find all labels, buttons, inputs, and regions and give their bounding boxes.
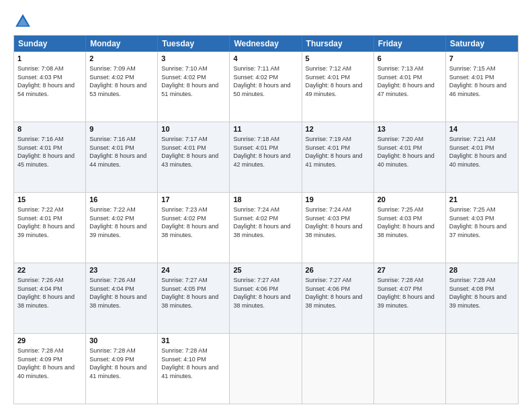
calendar-header-day: Monday bbox=[86, 36, 158, 52]
calendar-cell: 30Sunrise: 7:28 AMSunset: 4:09 PMDayligh… bbox=[86, 334, 158, 404]
day-number: 11 bbox=[233, 124, 298, 134]
day-number: 1 bbox=[17, 54, 82, 64]
page: SundayMondayTuesdayWednesdayThursdayFrid… bbox=[0, 0, 532, 411]
generalblue-logo-icon bbox=[13, 12, 32, 31]
day-number: 3 bbox=[161, 54, 226, 64]
cell-text: Sunrise: 7:16 AMSunset: 4:01 PMDaylight:… bbox=[89, 136, 146, 168]
calendar-cell: 3Sunrise: 7:10 AMSunset: 4:02 PMDaylight… bbox=[158, 52, 230, 122]
calendar-cell: 5Sunrise: 7:12 AMSunset: 4:01 PMDaylight… bbox=[302, 52, 374, 122]
day-number: 4 bbox=[233, 54, 298, 64]
day-number: 31 bbox=[161, 336, 226, 346]
calendar-cell bbox=[374, 334, 446, 404]
calendar-header-day: Tuesday bbox=[158, 36, 230, 52]
calendar-cell: 7Sunrise: 7:15 AMSunset: 4:01 PMDaylight… bbox=[446, 52, 518, 122]
cell-text: Sunrise: 7:26 AMSunset: 4:04 PMDaylight:… bbox=[17, 277, 75, 309]
calendar-header-day: Thursday bbox=[302, 36, 374, 52]
cell-text: Sunrise: 7:21 AMSunset: 4:01 PMDaylight:… bbox=[449, 136, 506, 168]
day-number: 19 bbox=[306, 195, 370, 205]
calendar-cell: 21Sunrise: 7:25 AMSunset: 4:03 PMDayligh… bbox=[446, 193, 518, 263]
cell-text: Sunrise: 7:15 AMSunset: 4:01 PMDaylight:… bbox=[449, 65, 506, 97]
cell-text: Sunrise: 7:19 AMSunset: 4:01 PMDaylight:… bbox=[306, 136, 363, 168]
cell-text: Sunrise: 7:17 AMSunset: 4:01 PMDaylight:… bbox=[161, 136, 218, 168]
calendar-header-row: SundayMondayTuesdayWednesdayThursdayFrid… bbox=[14, 36, 518, 52]
cell-text: Sunrise: 7:28 AMSunset: 4:09 PMDaylight:… bbox=[89, 347, 146, 379]
cell-text: Sunrise: 7:24 AMSunset: 4:02 PMDaylight:… bbox=[233, 206, 290, 238]
day-number: 25 bbox=[233, 265, 298, 275]
calendar-cell bbox=[446, 334, 518, 404]
calendar-cell: 11Sunrise: 7:18 AMSunset: 4:01 PMDayligh… bbox=[230, 122, 302, 192]
calendar-cell: 23Sunrise: 7:26 AMSunset: 4:04 PMDayligh… bbox=[86, 263, 158, 333]
cell-text: Sunrise: 7:28 AMSunset: 4:08 PMDaylight:… bbox=[449, 277, 506, 309]
calendar-row: 29Sunrise: 7:28 AMSunset: 4:09 PMDayligh… bbox=[14, 333, 518, 404]
calendar-cell: 31Sunrise: 7:28 AMSunset: 4:10 PMDayligh… bbox=[158, 334, 230, 404]
calendar-cell: 17Sunrise: 7:23 AMSunset: 4:02 PMDayligh… bbox=[158, 193, 230, 263]
calendar-row: 8Sunrise: 7:16 AMSunset: 4:01 PMDaylight… bbox=[14, 122, 518, 192]
calendar-cell: 10Sunrise: 7:17 AMSunset: 4:01 PMDayligh… bbox=[158, 122, 230, 192]
calendar-cell: 19Sunrise: 7:24 AMSunset: 4:03 PMDayligh… bbox=[302, 193, 374, 263]
calendar-row: 22Sunrise: 7:26 AMSunset: 4:04 PMDayligh… bbox=[14, 263, 518, 333]
cell-text: Sunrise: 7:23 AMSunset: 4:02 PMDaylight:… bbox=[161, 206, 218, 238]
calendar-cell: 6Sunrise: 7:13 AMSunset: 4:01 PMDaylight… bbox=[374, 52, 446, 122]
cell-text: Sunrise: 7:28 AMSunset: 4:10 PMDaylight:… bbox=[161, 347, 218, 379]
calendar-row: 15Sunrise: 7:22 AMSunset: 4:01 PMDayligh… bbox=[14, 192, 518, 263]
day-number: 29 bbox=[17, 336, 82, 346]
cell-text: Sunrise: 7:18 AMSunset: 4:01 PMDaylight:… bbox=[233, 136, 290, 168]
calendar-cell: 1Sunrise: 7:08 AMSunset: 4:03 PMDaylight… bbox=[14, 52, 86, 122]
calendar-row: 1Sunrise: 7:08 AMSunset: 4:03 PMDaylight… bbox=[14, 52, 518, 122]
day-number: 20 bbox=[378, 195, 442, 205]
calendar-cell: 4Sunrise: 7:11 AMSunset: 4:02 PMDaylight… bbox=[230, 52, 302, 122]
cell-text: Sunrise: 7:10 AMSunset: 4:02 PMDaylight:… bbox=[161, 65, 218, 97]
calendar-cell: 13Sunrise: 7:20 AMSunset: 4:01 PMDayligh… bbox=[374, 122, 446, 192]
cell-text: Sunrise: 7:08 AMSunset: 4:03 PMDaylight:… bbox=[17, 65, 75, 97]
calendar-cell: 15Sunrise: 7:22 AMSunset: 4:01 PMDayligh… bbox=[14, 193, 86, 263]
cell-text: Sunrise: 7:20 AMSunset: 4:01 PMDaylight:… bbox=[378, 136, 435, 168]
day-number: 22 bbox=[17, 265, 82, 275]
calendar-cell: 18Sunrise: 7:24 AMSunset: 4:02 PMDayligh… bbox=[230, 193, 302, 263]
day-number: 21 bbox=[449, 195, 515, 205]
day-number: 24 bbox=[161, 265, 226, 275]
cell-text: Sunrise: 7:22 AMSunset: 4:01 PMDaylight:… bbox=[17, 206, 75, 238]
cell-text: Sunrise: 7:13 AMSunset: 4:01 PMDaylight:… bbox=[378, 65, 435, 97]
calendar-header-day: Wednesday bbox=[230, 36, 302, 52]
calendar-cell bbox=[230, 334, 302, 404]
cell-text: Sunrise: 7:24 AMSunset: 4:03 PMDaylight:… bbox=[306, 206, 363, 238]
calendar-cell: 29Sunrise: 7:28 AMSunset: 4:09 PMDayligh… bbox=[14, 334, 86, 404]
cell-text: Sunrise: 7:22 AMSunset: 4:02 PMDaylight:… bbox=[89, 206, 146, 238]
cell-text: Sunrise: 7:11 AMSunset: 4:02 PMDaylight:… bbox=[233, 65, 290, 97]
header bbox=[13, 12, 519, 31]
cell-text: Sunrise: 7:28 AMSunset: 4:09 PMDaylight:… bbox=[17, 347, 75, 379]
cell-text: Sunrise: 7:26 AMSunset: 4:04 PMDaylight:… bbox=[89, 277, 146, 309]
calendar-cell: 27Sunrise: 7:28 AMSunset: 4:07 PMDayligh… bbox=[374, 263, 446, 333]
calendar-cell: 22Sunrise: 7:26 AMSunset: 4:04 PMDayligh… bbox=[14, 263, 86, 333]
cell-text: Sunrise: 7:27 AMSunset: 4:05 PMDaylight:… bbox=[161, 277, 218, 309]
day-number: 18 bbox=[233, 195, 298, 205]
calendar-cell: 26Sunrise: 7:27 AMSunset: 4:06 PMDayligh… bbox=[302, 263, 374, 333]
calendar-cell: 9Sunrise: 7:16 AMSunset: 4:01 PMDaylight… bbox=[86, 122, 158, 192]
calendar-cell: 12Sunrise: 7:19 AMSunset: 4:01 PMDayligh… bbox=[302, 122, 374, 192]
cell-text: Sunrise: 7:27 AMSunset: 4:06 PMDaylight:… bbox=[233, 277, 290, 309]
day-number: 30 bbox=[89, 336, 154, 346]
calendar-header-day: Friday bbox=[374, 36, 446, 52]
day-number: 5 bbox=[306, 54, 370, 64]
calendar-cell: 20Sunrise: 7:25 AMSunset: 4:03 PMDayligh… bbox=[374, 193, 446, 263]
calendar-cell: 14Sunrise: 7:21 AMSunset: 4:01 PMDayligh… bbox=[446, 122, 518, 192]
calendar-cell: 16Sunrise: 7:22 AMSunset: 4:02 PMDayligh… bbox=[86, 193, 158, 263]
day-number: 15 bbox=[17, 195, 82, 205]
cell-text: Sunrise: 7:27 AMSunset: 4:06 PMDaylight:… bbox=[306, 277, 363, 309]
calendar-cell bbox=[302, 334, 374, 404]
cell-text: Sunrise: 7:28 AMSunset: 4:07 PMDaylight:… bbox=[378, 277, 435, 309]
day-number: 14 bbox=[449, 124, 515, 134]
logo bbox=[13, 12, 35, 31]
day-number: 27 bbox=[378, 265, 442, 275]
calendar-header-day: Sunday bbox=[14, 36, 86, 52]
calendar-cell: 28Sunrise: 7:28 AMSunset: 4:08 PMDayligh… bbox=[446, 263, 518, 333]
calendar-cell: 24Sunrise: 7:27 AMSunset: 4:05 PMDayligh… bbox=[158, 263, 230, 333]
day-number: 23 bbox=[89, 265, 154, 275]
cell-text: Sunrise: 7:16 AMSunset: 4:01 PMDaylight:… bbox=[17, 136, 75, 168]
day-number: 9 bbox=[89, 124, 154, 134]
calendar-body: 1Sunrise: 7:08 AMSunset: 4:03 PMDaylight… bbox=[14, 52, 518, 404]
calendar-cell: 8Sunrise: 7:16 AMSunset: 4:01 PMDaylight… bbox=[14, 122, 86, 192]
cell-text: Sunrise: 7:09 AMSunset: 4:02 PMDaylight:… bbox=[89, 65, 146, 97]
day-number: 6 bbox=[378, 54, 442, 64]
cell-text: Sunrise: 7:25 AMSunset: 4:03 PMDaylight:… bbox=[378, 206, 435, 238]
